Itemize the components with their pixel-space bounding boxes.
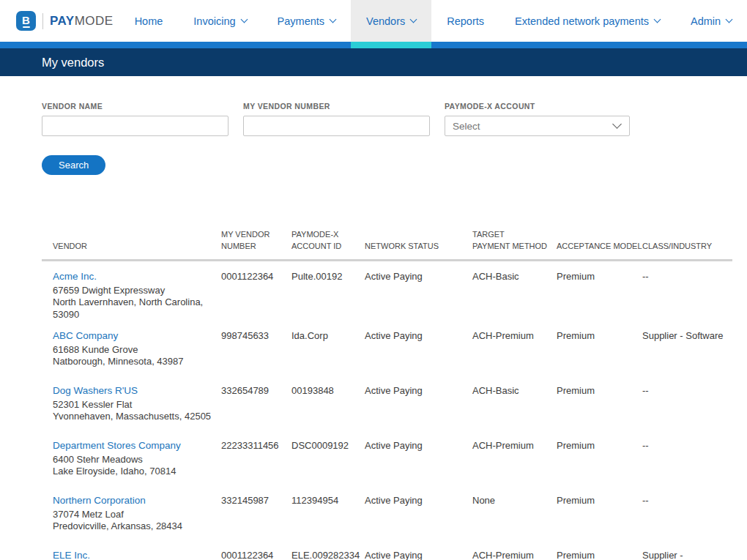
nav-item-admin[interactable]: Admin (675, 0, 747, 42)
vendor-address-line: 6400 Stehr Meadows (53, 454, 221, 466)
class-industry-cell: -- (642, 271, 732, 283)
chevron-down-icon (410, 16, 417, 23)
page-title: My vendors (42, 56, 104, 70)
header-acceptance-model: ACCEPTANCE MODEL (557, 241, 642, 253)
table-row: Department Stores Company6400 Stehr Mead… (42, 430, 732, 485)
page-header-bar: My vendors (0, 48, 747, 76)
top-navigation: B PAYMODE HomeInvoicingPaymentsVendorsRe… (0, 0, 747, 42)
my-vendor-number-field: MY VENDOR NUMBER (243, 102, 430, 136)
target-payment-method-cell: ACH-Basic (472, 385, 557, 397)
chevron-down-icon (612, 119, 622, 129)
target-payment-method-cell: ACH-Premium (472, 550, 557, 560)
vendor-name-link[interactable]: Dog Washers R'US (53, 385, 138, 397)
paymode-account-label: PAYMODE-X ACCOUNT (445, 102, 631, 111)
nav-item-vendors[interactable]: Vendors (351, 0, 431, 42)
vendors-table: VENDOR MY VENDOR NUMBER PAYMODE-X ACCOUN… (42, 229, 732, 560)
search-filters: VENDOR NAME MY VENDOR NUMBER PAYMODE-X A… (42, 102, 747, 136)
vendor-cell: ABC Company61688 Kunde GroveNatborough, … (42, 330, 221, 368)
class-industry-cell: -- (642, 440, 732, 452)
paymodex-account-id-cell: 112394954 (291, 495, 365, 507)
target-payment-method-cell: ACH-Premium (472, 440, 557, 452)
nav-item-invoicing[interactable]: Invoicing (178, 0, 261, 42)
class-industry-cell: -- (642, 495, 732, 507)
table-row: Acme Inc.67659 Dwight ExpresswayNorth La… (42, 261, 732, 321)
nav-item-payments[interactable]: Payments (262, 0, 351, 42)
paymodex-account-id-cell: 00193848 (291, 385, 365, 397)
vendor-address-line: Yvonnehaven, Massachusetts, 42505 (53, 411, 221, 423)
vendor-address-line: Lake Elroyside, Idaho, 70814 (53, 466, 221, 478)
my-vendor-number-label: MY VENDOR NUMBER (243, 102, 430, 111)
paymodex-account-id-cell: DSC0009192 (291, 440, 365, 452)
acceptance-model-cell: Premium (557, 550, 642, 560)
acceptance-model-cell: Premium (557, 495, 642, 507)
vendor-cell: Dog Washers R'US52301 Kessler FlatYvonne… (42, 385, 221, 423)
paymode-account-selected-value: Select (453, 121, 480, 132)
brand-name: PAYMODE (50, 14, 114, 29)
header-vendor: VENDOR (42, 241, 221, 253)
nav-item-reports[interactable]: Reports (431, 0, 499, 42)
vendor-name-link[interactable]: Northern Corporation (53, 495, 146, 507)
my-vendor-number-cell: 332145987 (221, 495, 291, 507)
network-status-cell: Active Paying (365, 330, 472, 343)
paymode-account-select[interactable]: Select (445, 116, 630, 136)
brand-logo[interactable]: B PAYMODE (16, 0, 114, 42)
vendor-address-line: Natborough, Minnesota, 43987 (53, 356, 221, 368)
header-paymodex-account-id: PAYMODE-X ACCOUNT ID (291, 229, 365, 253)
vendor-cell: ELE Inc. (42, 550, 221, 560)
vendor-cell: Northern Corporation37074 Metz LoafPredo… (42, 495, 221, 533)
table-row: ABC Company61688 Kunde GroveNatborough, … (42, 321, 732, 376)
my-vendor-number-input[interactable] (243, 116, 430, 136)
acceptance-model-cell: Premium (557, 440, 642, 452)
target-payment-method-cell: None (472, 495, 557, 507)
vendor-cell: Department Stores Company6400 Stehr Mead… (42, 440, 221, 478)
my-vendor-number-cell: 998745633 (221, 330, 291, 343)
paymodex-account-id-cell: Ida.Corp (291, 330, 365, 343)
my-vendor-number-cell: 332654789 (221, 385, 291, 397)
paymodex-account-id-cell: Pulte.00192 (291, 271, 365, 283)
vendor-address-line: Predovicville, Arkansas, 28434 (53, 520, 221, 533)
vendor-name-link[interactable]: Department Stores Company (53, 440, 181, 452)
chevron-down-icon (726, 16, 733, 23)
table-row: Northern Corporation37074 Metz LoafPredo… (42, 485, 732, 540)
my-vendor-number-cell: 22233311456 (221, 440, 291, 452)
my-vendors-page: { "brand": { "logo_letter": "B", "name_b… (0, 0, 747, 560)
header-my-vendor-number: MY VENDOR NUMBER (221, 229, 291, 253)
vendor-name-link[interactable]: ABC Company (53, 330, 118, 343)
table-row: Dog Washers R'US52301 Kessler FlatYvonne… (42, 376, 732, 430)
vendor-name-field: VENDOR NAME (42, 102, 228, 136)
acceptance-model-cell: Premium (557, 271, 642, 283)
chevron-down-icon (240, 16, 248, 23)
vendor-name-link[interactable]: Acme Inc. (53, 271, 97, 283)
header-class-industry: CLASS/INDUSTRY (642, 241, 732, 253)
nav-item-home[interactable]: Home (119, 0, 179, 42)
table-header-row: VENDOR MY VENDOR NUMBER PAYMODE-X ACCOUN… (42, 229, 732, 261)
paymodex-account-id-cell: ELE.009282334 (291, 550, 365, 560)
header-network-status: NETWORK STATUS (365, 241, 472, 253)
paymode-account-field: PAYMODE-X ACCOUNT Select (445, 102, 631, 136)
header-target-payment-method: TARGET PAYMENT METHOD (472, 229, 557, 253)
vendor-cell: Acme Inc.67659 Dwight ExpresswayNorth La… (42, 271, 221, 321)
brand-divider (42, 13, 43, 29)
vendor-name-input[interactable] (42, 116, 228, 136)
class-industry-cell: -- (642, 385, 732, 397)
network-status-cell: Active Paying (365, 550, 472, 560)
my-vendor-number-cell: 0001122364 (221, 550, 291, 560)
vendor-address-line: North Lavernhaven, North Carolina, 53090 (53, 296, 221, 321)
network-status-cell: Active Paying (365, 495, 472, 507)
acceptance-model-cell: Premium (557, 330, 642, 343)
table-row: ELE Inc.0001122364ELE.009282334Active Pa… (42, 540, 732, 560)
nav-item-extended-network-payments[interactable]: Extended network payments (499, 0, 675, 42)
chevron-down-icon (654, 16, 661, 23)
acceptance-model-cell: Premium (557, 385, 642, 397)
network-status-cell: Active Paying (365, 271, 472, 283)
table-body: Acme Inc.67659 Dwight ExpresswayNorth La… (42, 261, 732, 560)
target-payment-method-cell: ACH-Premium (472, 330, 557, 343)
target-payment-method-cell: ACH-Basic (472, 271, 557, 283)
nav-menu: HomeInvoicingPaymentsVendorsReportsExten… (119, 0, 747, 42)
vendor-name-link[interactable]: ELE Inc. (53, 550, 90, 560)
my-vendor-number-cell: 0001122364 (221, 271, 291, 283)
network-status-cell: Active Paying (365, 440, 472, 452)
search-button[interactable]: Search (42, 155, 105, 175)
brand-name-light: MODE (75, 14, 114, 28)
brand-name-bold: PAY (50, 14, 75, 28)
